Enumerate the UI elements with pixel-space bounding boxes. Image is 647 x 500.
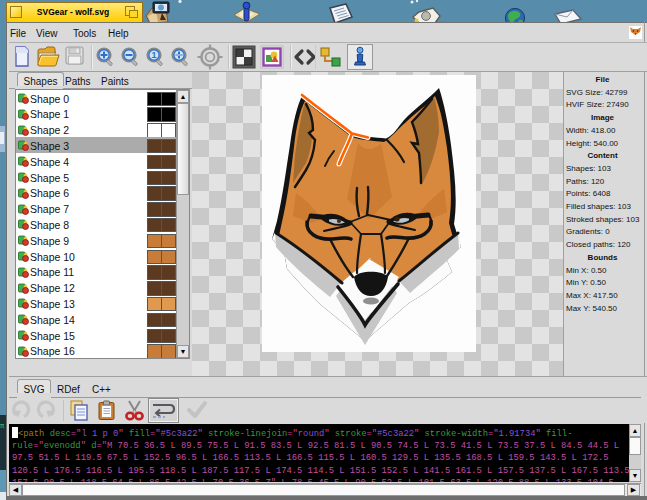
svg-text:1: 1 (151, 50, 156, 60)
